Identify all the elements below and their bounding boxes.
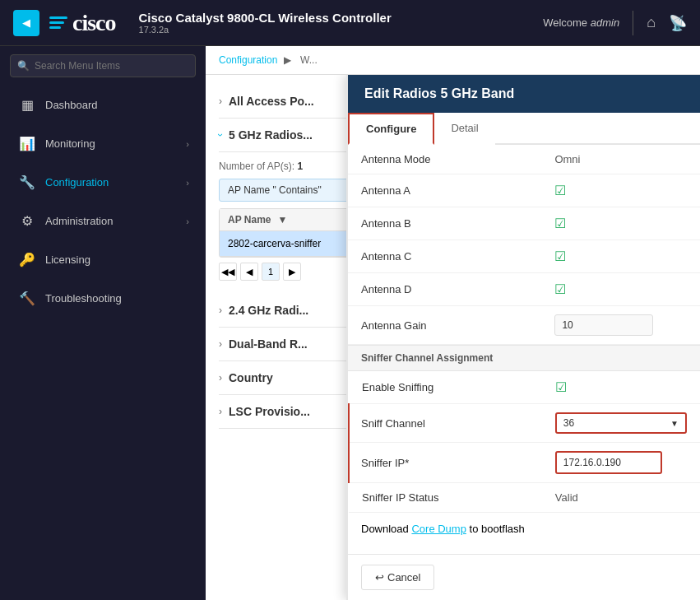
header-right: Welcome admin ⌂ 📡 — [543, 11, 687, 35]
sidebar-label-monitoring: Monitoring — [45, 137, 95, 150]
sniffer-ip-label: Sniffer IP* — [349, 443, 542, 483]
administration-arrow: › — [186, 216, 189, 226]
configuration-icon: 🔧 — [19, 174, 35, 190]
filter-label: AP Name " Contains" — [228, 184, 322, 196]
sniffer-section-header: Sniffer Channel Assignment — [348, 345, 700, 371]
page-first-btn[interactable]: ◀◀ — [219, 263, 237, 281]
sniffer-form-table: Enable Sniffing ☑ Sniff Channel 36 40 — [348, 371, 700, 513]
core-dump-link[interactable]: Core Dump — [411, 523, 466, 535]
all-access-chevron: › — [219, 95, 222, 107]
home-icon[interactable]: ⌂ — [647, 14, 656, 31]
form-table: Antenna Mode Omni Antenna A ☑ Antenna B … — [348, 145, 700, 345]
col-header-apname: AP Name — [228, 214, 271, 226]
download-section: Download Core Dump to bootflash — [348, 513, 700, 545]
sidebar-label-configuration: Configuration — [45, 176, 109, 188]
5ghz-section-title: 5 GHz Radios... — [229, 128, 313, 142]
download-suffix: to bootflash — [470, 523, 525, 535]
antenna-c-row: Antenna C ☑ — [348, 240, 700, 273]
page-next-btn[interactable]: ▶ — [283, 263, 301, 281]
sidebar: 🔍 ▦ Dashboard 📊 Monitoring › 🔧 Configura… — [0, 46, 206, 600]
antenna-a-label: Antenna A — [348, 174, 541, 207]
sniffer-ip-status-label: Sniffer IP Status — [349, 483, 542, 513]
antenna-c-checkbox[interactable]: ☑ — [554, 249, 566, 263]
back-button[interactable]: ◀ — [13, 10, 39, 36]
antenna-d-checkbox[interactable]: ☑ — [554, 282, 566, 296]
cancel-icon: ↩ — [375, 571, 384, 584]
sidebar-label-administration: Administration — [45, 215, 113, 227]
sidebar-item-troubleshooting[interactable]: 🔨 Troubleshooting — [0, 279, 206, 318]
app-version: 17.3.2a — [139, 25, 544, 35]
lsc-chevron: › — [219, 406, 222, 417]
edit-panel-header: Edit Radios 5 GHz Band — [348, 75, 700, 113]
licensing-icon: 🔑 — [19, 252, 35, 267]
page-current: 1 — [262, 263, 280, 281]
country-title: Country — [229, 371, 273, 384]
sidebar-item-monitoring[interactable]: 📊 Monitoring › — [0, 124, 206, 163]
enable-sniffing-label: Enable Sniffing — [349, 371, 542, 404]
welcome-text: Welcome admin — [543, 16, 619, 29]
monitoring-icon: 📊 — [19, 136, 35, 151]
edit-panel: Edit Radios 5 GHz Band Configure Detail … — [346, 75, 700, 600]
col-header-arrow: ▼ — [277, 214, 287, 226]
sniffer-ip-status-value: Valid — [542, 483, 700, 513]
sniff-channel-select-wrapper[interactable]: 36 40 44 48 52 56 60 64 — [555, 412, 687, 434]
antenna-gain-input[interactable] — [554, 314, 653, 336]
sidebar-item-licensing[interactable]: 🔑 Licensing — [0, 240, 206, 279]
antenna-mode-label: Antenna Mode — [348, 145, 541, 174]
sniffer-ip-input[interactable] — [555, 451, 662, 474]
cancel-label: Cancel — [387, 571, 420, 584]
enable-sniffing-row: Enable Sniffing ☑ — [349, 371, 700, 404]
2ghz-chevron: › — [219, 305, 222, 316]
lsc-title: LSC Provisio... — [229, 405, 310, 418]
sniffer-ip-status-row: Sniffer IP Status Valid — [349, 483, 700, 513]
wifi-icon[interactable]: 📡 — [669, 14, 687, 32]
breadcrumb-current: W... — [300, 54, 318, 66]
sniffer-section-title: Sniffer Channel Assignment — [361, 352, 493, 364]
antenna-a-checkbox[interactable]: ☑ — [554, 184, 566, 198]
search-box[interactable]: 🔍 — [10, 54, 196, 77]
cisco-logo-text: cisco — [72, 10, 116, 36]
header-divider — [633, 11, 633, 35]
sidebar-item-configuration[interactable]: 🔧 Configuration › — [0, 163, 206, 202]
sidebar-label-licensing: Licensing — [45, 253, 90, 266]
search-icon: 🔍 — [17, 60, 30, 72]
top-header: ◀ cisco Cisco Catalyst 9800-CL Wireless … — [0, 0, 700, 46]
edit-panel-body: Antenna Mode Omni Antenna A ☑ Antenna B … — [348, 145, 700, 554]
dashboard-icon: ▦ — [19, 97, 35, 113]
page-prev-btn[interactable]: ◀ — [240, 263, 258, 281]
troubleshooting-icon: 🔨 — [19, 291, 35, 306]
sniff-channel-select[interactable]: 36 40 44 48 52 56 60 64 — [563, 417, 670, 429]
sidebar-item-dashboard[interactable]: ▦ Dashboard — [0, 86, 206, 124]
sniff-channel-label: Sniff Channel — [349, 404, 542, 443]
edit-panel-title: Edit Radios 5 GHz Band — [364, 86, 514, 100]
antenna-gain-row: Antenna Gain — [348, 306, 700, 345]
configuration-arrow: › — [186, 178, 189, 188]
content-area: Configuration ▶ W... › All Access Po... … — [206, 46, 700, 600]
antenna-a-row: Antenna A ☑ — [348, 174, 700, 207]
dropdown-arrow-icon: ▼ — [670, 419, 679, 428]
search-input[interactable] — [35, 60, 188, 72]
monitoring-arrow: › — [186, 139, 189, 149]
breadcrumb-config[interactable]: Configuration — [219, 54, 277, 66]
country-chevron: › — [219, 372, 222, 384]
2ghz-title: 2.4 GHz Radi... — [229, 304, 308, 317]
breadcrumb-sep1: ▶ — [284, 54, 294, 66]
antenna-b-checkbox[interactable]: ☑ — [554, 216, 566, 230]
download-text: Download — [361, 523, 411, 535]
tab-configure[interactable]: Configure — [348, 113, 434, 145]
tab-detail[interactable]: Detail — [434, 113, 494, 145]
ap-count-value: 1 — [297, 160, 303, 172]
antenna-mode-row: Antenna Mode Omni — [348, 145, 700, 174]
cancel-button[interactable]: ↩ Cancel — [361, 565, 434, 590]
cisco-bars-icon — [49, 16, 67, 29]
enable-sniffing-checkbox[interactable]: ☑ — [555, 380, 567, 394]
back-icon: ◀ — [22, 16, 30, 29]
sniffer-ip-row: Sniffer IP* — [349, 443, 700, 483]
sidebar-label-dashboard: Dashboard — [45, 99, 98, 111]
app-title: Cisco Catalyst 9800-CL Wireless Controll… — [139, 11, 392, 25]
dual-band-title: Dual-Band R... — [229, 337, 308, 351]
dual-band-chevron: › — [219, 338, 222, 350]
edit-panel-tabs: Configure Detail — [348, 113, 700, 145]
antenna-d-label: Antenna D — [348, 273, 541, 306]
sidebar-item-administration[interactable]: ⚙ Administration › — [0, 202, 206, 240]
